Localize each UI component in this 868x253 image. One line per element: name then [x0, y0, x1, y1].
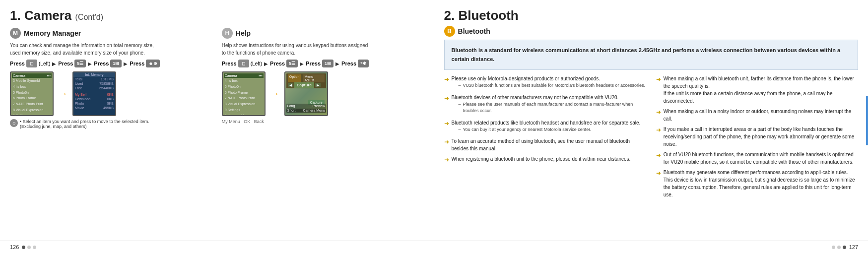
section-title-bluetooth: 2. Bluetooth	[444, 9, 859, 22]
bluetooth-bullets-left: ➜ Please use only Motorola-designated pr…	[444, 75, 646, 201]
help-press-sequence: Press ◻ (Left) ▶ Press 5☰ ▶ Press 1⊞ ▶ P…	[222, 60, 424, 67]
help-key-5: 5☰	[286, 60, 298, 67]
key-1: 1⊞	[110, 60, 122, 67]
help-preview-screen: Option Menu Adjust ◀ Capture ▶ Capture	[284, 71, 328, 116]
page-dots-left	[22, 246, 36, 249]
help-key-star: *✱	[358, 60, 369, 67]
note-icon: ⊙	[10, 119, 18, 127]
bluetooth-bullets: ➜ Please use only Motorola-designated pr…	[444, 75, 859, 201]
page-num-left: 126	[10, 244, 19, 250]
key-5: 5☰	[74, 60, 86, 67]
bluetooth-info-box: Bluetooth is a standard for wireless com…	[444, 40, 859, 70]
dot-6	[843, 246, 846, 249]
bluetooth-badge: B	[444, 26, 455, 37]
page-dots-right	[832, 246, 846, 249]
page-num-right: 127	[849, 244, 858, 250]
camera-section: 1. Camera (Cont'd) M Memory Manager You …	[0, 0, 434, 241]
memory-badge: M	[10, 28, 21, 39]
page-footer: 126 127	[0, 241, 868, 253]
bt-bullet-5: ➜ When registering a bluetooth unit to t…	[444, 155, 646, 164]
dot-3	[33, 246, 36, 249]
memory-description: You can check and manage the information…	[10, 42, 212, 57]
help-camera-screen: Camera ▪▪▪ 4 i s box 5 Photo0n 6 Photo F…	[222, 71, 266, 116]
left-key-btn: ◻	[26, 60, 37, 67]
memory-note: ⊙ • Select an item you want and press to…	[10, 119, 212, 129]
bt-bullet-r3: ➜ If you make a call in interrupted area…	[656, 126, 858, 148]
dot-2	[27, 246, 31, 249]
help-header: H Help	[222, 28, 424, 39]
memory-manager-header: M Memory Manager	[10, 28, 212, 39]
help-footer-note: My Menu OK Back	[222, 119, 424, 124]
dot-1	[22, 246, 25, 249]
int-memory-screen: Int. Memory Total1013MB Used75858KB Free…	[72, 71, 116, 116]
bluetooth-header: B Bluetooth	[444, 26, 859, 37]
memory-manager-col: M Memory Manager You can check and manag…	[10, 26, 212, 129]
arrow-between-screens-2: →	[270, 89, 279, 99]
help-key-1: 1⊞	[322, 60, 334, 67]
memory-screens: Camera ▪▪▪ 3 Mobile Symorld 4 i s box 5 …	[10, 71, 212, 116]
dot-5	[837, 246, 841, 249]
bt-bullet-r5: ➜ Bluetooth may generate some different …	[656, 169, 858, 198]
key-select: ☻⊕	[146, 60, 159, 67]
bluetooth-section: 08 My Moto 2. Bluetooth B Bluetooth Blue…	[434, 0, 868, 241]
camera-menu-screen: Camera ▪▪▪ 3 Mobile Symorld 4 i s box 5 …	[10, 71, 54, 116]
section-title-camera: 1. Camera (Cont'd)	[10, 9, 424, 22]
help-col: H Help Help shows instructions for using…	[222, 26, 424, 129]
bt-bullet-r4: ➜ Out of VU20 bluetooth functions, the c…	[656, 151, 858, 166]
bt-bullet-r1: ➜ When making a call with bluetooth unit…	[656, 75, 858, 105]
bt-bullet-2: ➜ Bluetooth devices of other manufacture…	[444, 94, 646, 116]
arrow-between-screens-1: →	[59, 89, 67, 99]
bluetooth-bullets-right: ➜ When making a call with bluetooth unit…	[656, 75, 858, 201]
help-screens: Camera ▪▪▪ 4 i s box 5 Photo0n 6 Photo F…	[222, 71, 424, 116]
side-tab: 08 My Moto	[866, 96, 868, 145]
dot-4	[832, 246, 835, 249]
help-left-key: ◻	[238, 60, 249, 67]
bt-bullet-r2: ➜ When making a call in a noisy indoor o…	[656, 108, 858, 123]
bt-bullet-3: ➜ Bluetooth related products like blueto…	[444, 119, 646, 135]
memory-press-sequence: Press ◻ (Left) ▶ Press 5☰ ▶ Press 1⊞ ▶ P…	[10, 60, 212, 67]
help-description: Help shows instructions for using variou…	[222, 42, 424, 57]
bt-bullet-1: ➜ Please use only Motorola-designated pr…	[444, 75, 646, 91]
help-badge: H	[222, 28, 233, 39]
bt-bullet-4: ➜ To learn an accurate method of using b…	[444, 137, 646, 152]
